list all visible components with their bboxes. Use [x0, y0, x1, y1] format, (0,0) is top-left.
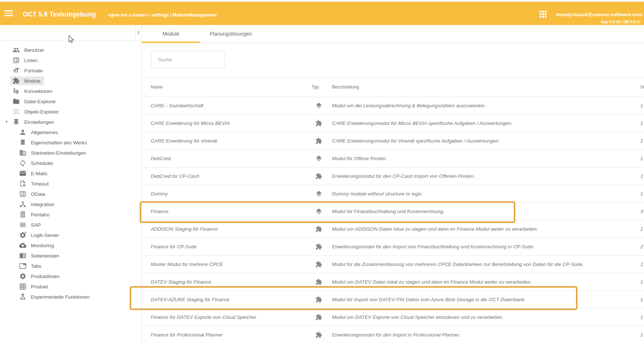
table-row-datev-azure-staging-für-finance[interactable]: DATEV-AZURE Staging für FinanceModul für… [142, 291, 644, 309]
tab-planungslösungen[interactable]: Planungslösungen [200, 25, 262, 43]
module-name-cell: Finance für Professional Planner [151, 332, 309, 338]
layers-icon [315, 208, 322, 215]
sidebar-item-label: Objekt-Explorer [24, 109, 59, 115]
sidebar-item-experimentelle-funktionen[interactable]: Experimentelle Funktionen [0, 292, 142, 302]
column-header-typ[interactable]: Typ [309, 84, 331, 90]
module-type-cell [309, 102, 331, 109]
list-icon [12, 57, 20, 64]
sidebar-item-produkt[interactable]: Produkt [0, 281, 142, 292]
module-type-cell [309, 120, 331, 127]
sidebar-item-konnektoren[interactable]: Konnektoren [0, 86, 142, 96]
sidebar-item-scheduler[interactable]: Scheduler [0, 158, 142, 168]
sidebar-item-label: OData [31, 191, 45, 197]
module-description-cell: CARE Erweiterungsmodul für Vivendi spezi… [331, 138, 634, 144]
table-row-datev-staging-für-finance[interactable]: DATEV Staging für FinanceModul um DATEV … [142, 273, 644, 291]
column-header-versionen[interactable]: Versionen [634, 84, 644, 90]
table-row-care-erweiterung-für-vivendi[interactable]: CARE Erweiterung für VivendiCARE Erweite… [142, 132, 644, 150]
sidebar-item-sap[interactable]: SAP [0, 220, 142, 230]
sidebar-item-formate[interactable]: Formate [0, 65, 142, 76]
table-row-debcred-for-cp-cash[interactable]: DebCred for CP-CashErweiterungsmodul für… [142, 168, 644, 185]
sidebar-item-listen[interactable]: Listen [0, 55, 142, 65]
module-name-cell: Finance für DATEV Exporte von Cloud Spei… [151, 314, 309, 320]
module-type-cell [309, 155, 331, 162]
sidebar-item-eigenschaften-des-werks[interactable]: Eigenschaften des Werks [0, 137, 142, 148]
tab-module[interactable]: Module [142, 25, 200, 43]
user-email[interactable]: mandy.hauck@saxess-software.com [556, 12, 643, 17]
sidebar-item-einstellungen[interactable]: ▼Einstellungen [0, 117, 142, 127]
module-versions-cell: 2 [634, 244, 644, 249]
sidebar-item-timeout[interactable]: Timeout [0, 179, 142, 189]
module-versions-cell: 1 [634, 332, 644, 338]
dot-grid-icon [12, 108, 20, 115]
database-icon [19, 139, 26, 146]
sidebar-item-allgemeines[interactable]: Allgemeines [0, 127, 142, 137]
module-versions-cell: 1 [634, 103, 644, 108]
column-header-name[interactable]: Name [151, 84, 309, 90]
module-type-cell [309, 278, 331, 285]
module-type-cell [309, 190, 331, 197]
sidebar-item-label: Produkt [31, 284, 48, 289]
sidebar-item-seitenleisten[interactable]: Seitenleisten [0, 251, 142, 261]
sidebar-item-label: Datei-Explorer [24, 99, 56, 104]
puzzle-icon [315, 226, 322, 233]
module-versions-cell: 1 [634, 279, 644, 285]
expander-caret-icon[interactable]: ▼ [5, 120, 8, 123]
sidebar-resize-handle[interactable]: ‖ [135, 25, 142, 40]
sidebar-item-label: Eigenschaften des Werks [31, 140, 87, 145]
sidebar-item-benutzer[interactable]: Benutzer [0, 45, 142, 55]
apps-grid-icon[interactable] [540, 11, 547, 18]
table-header-row: Name Typ Beschreibung Versionen [142, 78, 644, 97]
sidebar-item-tabs[interactable]: Tabs [0, 261, 142, 271]
table-row-finance-für-professional-planner[interactable]: Finance für Professional PlannerErweiter… [142, 326, 644, 342]
column-header-beschreibung[interactable]: Beschreibung [331, 84, 634, 90]
table-row-care-erweiterung-für-micos-bevia[interactable]: CARE Erweiterung für Micos BEVIACARE Erw… [142, 115, 644, 132]
sidebar-item-objekt-explorer[interactable]: Objekt-Explorer [0, 107, 142, 117]
module-name-cell: Master Modul für mehrere CPCE [151, 262, 309, 267]
hamburger-menu-icon[interactable] [4, 10, 13, 18]
table-row-finance-für-datev-exporte-von-cloud-speicher[interactable]: Finance für DATEV Exporte von Cloud Spei… [142, 309, 644, 326]
table-row-debcred[interactable]: DebCredModul für Offene Posten.1 [142, 150, 644, 168]
hub-icon [19, 201, 26, 208]
search-input[interactable]: Suche [151, 51, 225, 68]
module-versions-cell: 1 [634, 120, 644, 126]
module-name-cell: Finance für CP-Suite [151, 244, 309, 249]
list-icon [19, 190, 26, 198]
sidebar-item-label: Tabs [31, 263, 42, 269]
module-name-cell: ADDISON Staging für Finance [151, 226, 309, 232]
sidebar-item-produktlinien[interactable]: Produktlinien [0, 271, 142, 281]
sidebar-nav: BenutzerListenFormateModuleKonnektorenDa… [0, 40, 142, 302]
sidebar-item-label: Integration [31, 202, 54, 207]
table-row-master-modul-für-mehrere-cpce[interactable]: Master Modul für mehrere CPCEModul für d… [142, 256, 644, 273]
sidebar-item-startseiten-einstellungen[interactable]: Startseiten-Einstellungen [0, 148, 142, 158]
table-row-addison-staging-für-finance[interactable]: ADDISON Staging für FinanceModul um ADDI… [142, 220, 644, 238]
mail-icon [19, 170, 26, 177]
sidebar-item-datei-explorer[interactable]: Datei-Explorer [0, 96, 142, 107]
table-row-care-sozialwirtschaft[interactable]: CARE - SozialwirtschaftModul um die Leis… [142, 97, 644, 115]
sidebar-item-e-mails[interactable]: E-Mails [0, 168, 142, 179]
folder-icon [12, 98, 20, 105]
document-gear-icon [19, 180, 26, 187]
module-versions-cell: 1 [634, 314, 644, 320]
sidebar-item-label: Module [24, 78, 40, 84]
module-name-cell: Dummy [151, 191, 309, 197]
sidebar-item-module[interactable]: Module [0, 76, 142, 86]
sidebar-item-monitoring[interactable]: Monitoring [0, 240, 142, 251]
version-info: App 5.9.18 | DB 5.9.17 [601, 19, 641, 24]
building-icon [19, 149, 26, 156]
module-type-cell [309, 314, 331, 321]
module-versions-cell: 1 [634, 297, 644, 302]
sidebar-item-label: Scheduler [31, 161, 53, 166]
sidebar-item-pentaho[interactable]: Pentaho [0, 209, 142, 220]
module-type-cell [309, 243, 331, 250]
module-name-cell: CARE Erweiterung für Micos BEVIA [151, 120, 309, 126]
breadcrumb: <give me a name> / settings / ModuleMana… [108, 12, 217, 18]
database-icon [12, 118, 20, 126]
module-type-cell [309, 296, 331, 303]
table-row-dummy[interactable]: DummyDummy module without structure or l… [142, 185, 644, 203]
sidebar-item-label: Seitenleisten [31, 253, 59, 259]
sidebar-item-logik-server[interactable]: Logik-Server [0, 230, 142, 240]
sidebar-item-integration[interactable]: Integration [0, 199, 142, 209]
table-row-finance-für-cp-suite[interactable]: Finance für CP-SuiteErweiterungsmodul fü… [142, 238, 644, 256]
table-row-finance[interactable]: FinanceModul für Finanzbuchhaltung und K… [142, 203, 644, 220]
sidebar-item-odata[interactable]: OData [0, 189, 142, 199]
